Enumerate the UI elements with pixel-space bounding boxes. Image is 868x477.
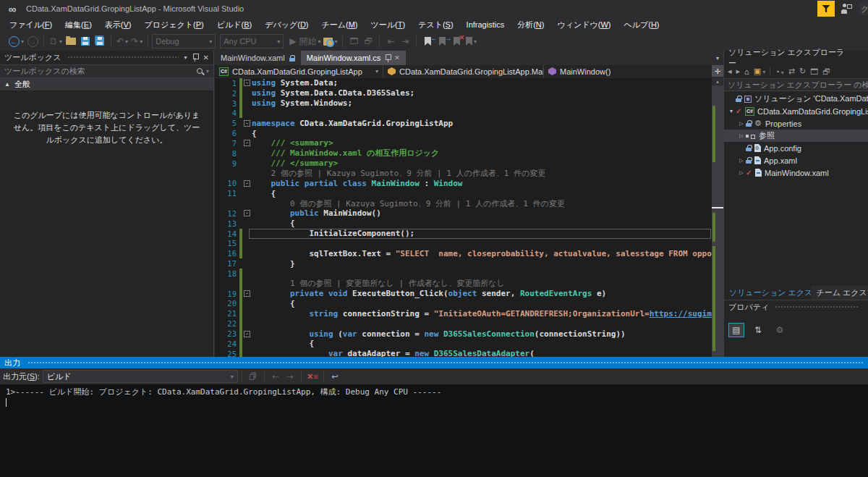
output-text[interactable]: 1>------ ビルド開始: プロジェクト: CData.XamDataGri…	[0, 384, 868, 407]
start-debug-button[interactable]: ▶ 開始 ▾	[288, 33, 322, 49]
undo-button[interactable]: ↶▾	[115, 33, 129, 49]
tab-mainwindow-xaml-cs[interactable]: MainWindow.xaml.cs ✕	[301, 51, 406, 65]
indent-increase-button[interactable]: ⇥	[398, 33, 412, 49]
code-area[interactable]: 1-using System.Data;2using System.Data.C…	[215, 78, 712, 357]
vs-window: ∞ CData.XamDataGrid.GropingListApp - Mic…	[0, 0, 868, 477]
window-position-icon[interactable]: ▾	[184, 54, 187, 61]
close-tab-icon[interactable]: ✕	[394, 54, 400, 62]
menu-item-1[interactable]: 編集(E)	[59, 17, 98, 33]
solution-platforms-combo[interactable]: Any CPU▾	[220, 34, 284, 48]
menu-item-10[interactable]: 分析(N)	[511, 17, 550, 33]
scrollbar-track[interactable]	[712, 85, 723, 357]
menu-item-3[interactable]: プロジェクト(P)	[137, 17, 210, 33]
tree-item-5[interactable]: ▷App.xaml	[724, 154, 868, 166]
menu-item-8[interactable]: テスト(S)	[412, 17, 459, 33]
code-line: 12- public MainWindow()	[215, 208, 712, 219]
tree-item-label: CData.XamDataGrid.GropingListA	[757, 107, 868, 116]
codelens-line[interactable]: 2 個の参照 | Kazuya Sugimoto、9 分前 | 1 人の作成者、…	[215, 169, 712, 179]
toolbox-section-general[interactable]: ▲ 全般	[0, 78, 213, 90]
output-line: 1>------ ビルド開始: プロジェクト: CData.XamDataGri…	[6, 387, 441, 397]
tab-team-explorer[interactable]: チーム エクスプロー	[811, 286, 868, 300]
expander-icon[interactable]: ▼	[727, 109, 736, 114]
menu-item-2[interactable]: 表示(V)	[98, 17, 138, 33]
tab-list-dropdown-icon[interactable]: ▾	[712, 51, 723, 65]
save-all-button[interactable]	[93, 33, 107, 49]
pin-icon[interactable]	[192, 54, 198, 62]
redo-button[interactable]: ↷▾	[129, 33, 144, 49]
toolbar-button-1[interactable]: 🗖	[346, 33, 361, 49]
tree-item-6[interactable]: ▷MainWindow.xaml	[724, 166, 868, 179]
line-number: 22	[215, 319, 237, 328]
codelens-line[interactable]: 1 個の参照 | 変更箇所なし | 作成者なし、変更箇所なし	[215, 279, 712, 289]
tree-item-0[interactable]: ソリューション 'CData.XamDataGrid.Grop	[724, 93, 868, 105]
line-number: 21	[215, 309, 237, 318]
editor-scrollbar[interactable]: ▾ ✛ ▲	[712, 51, 723, 357]
expander-icon[interactable]: ▷	[737, 133, 746, 139]
menu-item-9[interactable]: Infragistics	[460, 18, 511, 31]
code-text: {	[252, 339, 712, 348]
tab-solution-explorer[interactable]: ソリューション エクスプローラー	[724, 286, 811, 300]
new-item-button[interactable]: 🗋▾	[48, 33, 64, 49]
type-dropdown[interactable]: CData.XamDataGrid.GropingListApp.MainWin…	[383, 65, 544, 77]
scroll-up-icon[interactable]: ▲	[712, 77, 723, 85]
project-dropdown[interactable]: C# CData.XamDataGrid.GropingListApp ▾	[215, 65, 383, 77]
save-button[interactable]	[78, 33, 93, 49]
tree-item-4[interactable]: App.config	[724, 142, 868, 154]
tree-item-3[interactable]: ▷参照	[724, 130, 868, 142]
document-tab-bar: MainWindow.xaml MainWindow.xaml.cs ✕	[215, 51, 723, 65]
attach-to-process-button[interactable]: ▾	[322, 33, 339, 49]
expander-icon[interactable]: ▷	[737, 121, 746, 127]
solution-configurations-combo[interactable]: Debug▾	[152, 34, 216, 48]
go-to-next-message-icon[interactable]: ⇢	[283, 370, 297, 383]
fold-marker-icon[interactable]: -	[242, 210, 252, 216]
member-dropdown[interactable]: MainWindow() ▾	[544, 65, 723, 77]
categorized-button[interactable]: ▤	[728, 323, 744, 337]
navigate-back-button[interactable]: ←▾	[7, 33, 25, 49]
fold-marker-icon[interactable]: -	[242, 290, 252, 297]
property-pages-button[interactable]: ⚙	[772, 323, 788, 337]
split-editor-icon[interactable]: ✛	[712, 65, 723, 77]
menu-item-7[interactable]: ツール(T)	[365, 17, 412, 33]
menu-item-5[interactable]: デバッグ(D)	[258, 17, 315, 33]
fold-marker-icon[interactable]: -	[242, 331, 252, 337]
expander-icon[interactable]: ▷	[737, 158, 746, 164]
change-bar-empty	[239, 198, 242, 208]
change-bar-empty	[239, 258, 242, 269]
menu-item-4[interactable]: ビルド(B)	[210, 17, 258, 33]
expander-icon[interactable]: ▷	[737, 170, 746, 176]
save-icon	[81, 37, 90, 46]
alphabetical-sort-button[interactable]: ⇅	[750, 323, 766, 337]
clear-all-icon[interactable]: ✕≡	[305, 370, 320, 383]
fold-marker-icon[interactable]: -	[242, 120, 252, 127]
navigate-forward-button[interactable]: →	[25, 33, 40, 49]
tree-item-1[interactable]: ▼CData.XamDataGrid.GropingListA	[724, 105, 868, 117]
menu-item-6[interactable]: チーム(M)	[315, 17, 365, 33]
send-feedback-icon[interactable]	[841, 4, 852, 14]
fold-marker-icon[interactable]: -	[242, 140, 252, 146]
open-file-button[interactable]	[64, 33, 78, 49]
output-panel-header[interactable]: 出力	[0, 357, 868, 368]
clear-bookmarks-button[interactable]: ✕▾	[464, 33, 478, 49]
close-icon[interactable]: ✕	[203, 54, 209, 62]
lock-icon	[746, 120, 752, 127]
menu-item-12[interactable]: ヘルプ(H)	[617, 17, 665, 33]
quick-launch-box[interactable]: クイ	[859, 2, 868, 15]
toolbox-search-input[interactable]: ツールボックスの検索 ▾	[0, 64, 213, 78]
filter-button[interactable]	[817, 1, 835, 17]
go-to-previous-message-icon[interactable]: ⇠	[268, 370, 283, 383]
fold-marker-icon[interactable]: -	[242, 180, 252, 187]
solution-explorer-search-input[interactable]: ソリューション エクスプローラー の検索 (Ctrl+:)	[724, 78, 868, 91]
line-number: 5	[215, 119, 237, 127]
tree-item-2[interactable]: ▷Properties	[724, 117, 868, 130]
menu-item-11[interactable]: ウィンドウ(W)	[550, 17, 617, 33]
word-wrap-icon[interactable]: ↩	[328, 370, 342, 383]
output-source-combo[interactable]: ビルド ▾	[43, 370, 238, 383]
toolbar-button-2[interactable]: 🗗	[361, 33, 375, 49]
pin-tab-icon[interactable]	[385, 54, 391, 62]
menu-item-0[interactable]: ファイル(F)	[3, 17, 59, 33]
messages-icon[interactable]: 🗍	[246, 370, 260, 383]
codelens-line[interactable]: 0 個の参照 | Kazuya Sugimoto、9 分前 | 1 人の作成者、…	[215, 198, 712, 208]
tab-mainwindow-xaml[interactable]: MainWindow.xaml	[215, 51, 301, 65]
fold-marker-icon[interactable]: -	[242, 80, 252, 86]
indent-decrease-button[interactable]: ⇤	[383, 33, 398, 49]
